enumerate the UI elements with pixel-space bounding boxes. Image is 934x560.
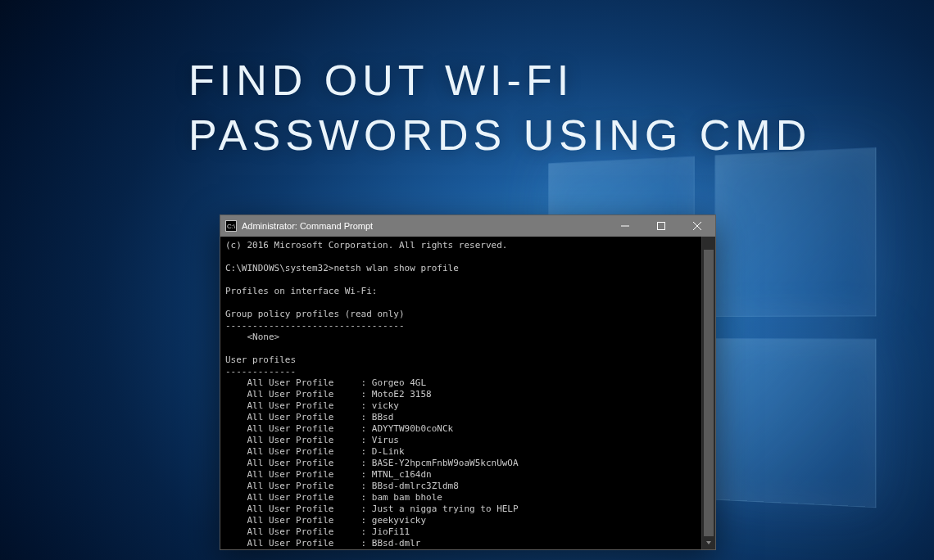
headline-line-1: FIND OUT WI-FI	[188, 53, 811, 108]
cmd-icon: C:\	[225, 220, 237, 232]
profiles-list: All User Profile : Gorgeo 4GL All User P…	[225, 377, 519, 549]
minimize-button[interactable]	[607, 215, 643, 237]
prompt-command: netsh wlan show profile	[333, 263, 458, 273]
divider: -------------	[225, 366, 296, 377]
scrollbar-thumb[interactable]	[704, 250, 714, 536]
scrollbar[interactable]	[701, 237, 715, 549]
section-interface: Profiles on interface Wi-Fi:	[225, 286, 377, 296]
svg-rect-0	[658, 223, 665, 230]
section-group-policy: Group policy profiles (read only)	[225, 309, 405, 319]
window-title: Administrator: Command Prompt	[242, 221, 373, 231]
close-button[interactable]	[679, 215, 715, 237]
scroll-down-icon[interactable]	[702, 536, 715, 549]
cmd-output[interactable]: (c) 2016 Microsoft Corporation. All righ…	[220, 237, 715, 549]
scrollbar-track[interactable]	[702, 250, 715, 536]
prompt-path: C:\WINDOWS\system32>	[225, 263, 333, 273]
desktop-background: FIND OUT WI-FI PASSWORDS USING CMD C:\ A…	[0, 0, 934, 560]
maximize-button[interactable]	[643, 215, 679, 237]
copyright-line: (c) 2016 Microsoft Corporation. All righ…	[225, 240, 507, 251]
cmd-window: C:\ Administrator: Command Prompt (c) 20…	[220, 215, 716, 550]
page-title: FIND OUT WI-FI PASSWORDS USING CMD	[188, 53, 811, 162]
divider: ---------------------------------	[225, 320, 405, 331]
headline-line-2: PASSWORDS USING CMD	[188, 108, 811, 163]
section-user-profiles: User profiles	[225, 355, 296, 365]
gp-none: <None>	[225, 332, 279, 342]
window-titlebar[interactable]: C:\ Administrator: Command Prompt	[220, 215, 715, 237]
